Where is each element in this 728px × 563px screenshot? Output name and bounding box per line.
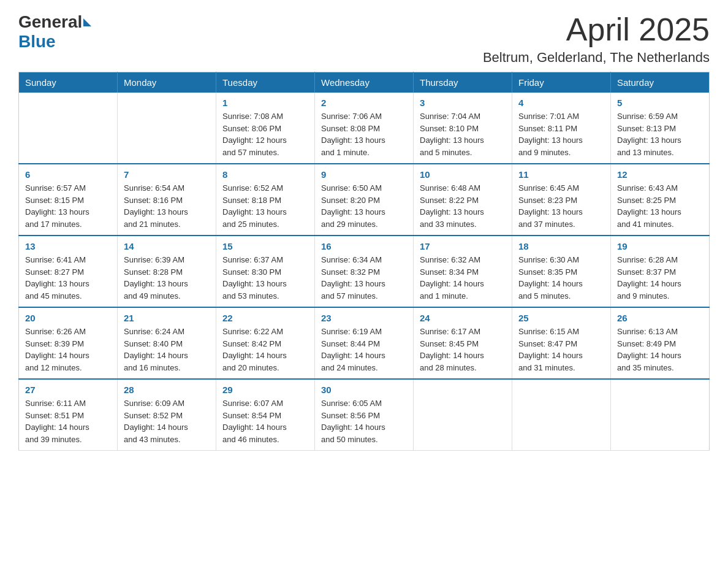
header: General Blue April 2025 Beltrum, Gelderl… [18,12,710,66]
calendar-cell: 27Sunrise: 6:11 AM Sunset: 8:51 PM Dayli… [19,379,118,451]
day-number: 21 [124,313,210,323]
weekday-header-friday: Friday [512,72,611,93]
weekday-header-wednesday: Wednesday [315,72,414,93]
calendar-cell: 14Sunrise: 6:39 AM Sunset: 8:28 PM Dayli… [118,236,216,307]
day-number: 22 [222,313,308,323]
day-number: 28 [124,385,210,395]
calendar-cell [611,379,710,451]
day-number: 2 [321,98,407,108]
day-info: Sunrise: 6:32 AM Sunset: 8:34 PM Dayligh… [420,254,506,302]
calendar-cell: 11Sunrise: 6:45 AM Sunset: 8:23 PM Dayli… [512,164,611,236]
day-number: 7 [124,169,210,180]
calendar-week-row: 27Sunrise: 6:11 AM Sunset: 8:51 PM Dayli… [19,379,710,451]
day-info: Sunrise: 6:24 AM Sunset: 8:40 PM Dayligh… [124,326,210,373]
calendar-week-row: 6Sunrise: 6:57 AM Sunset: 8:15 PM Daylig… [19,164,710,236]
day-number: 24 [420,313,506,323]
calendar-cell: 18Sunrise: 6:30 AM Sunset: 8:35 PM Dayli… [512,236,611,307]
logo-arrow-icon [83,18,91,26]
day-number: 18 [518,241,604,251]
day-info: Sunrise: 6:43 AM Sunset: 8:25 PM Dayligh… [617,182,703,230]
day-info: Sunrise: 6:22 AM Sunset: 8:42 PM Dayligh… [222,326,308,373]
day-number: 13 [25,241,111,251]
location-title: Beltrum, Gelderland, The Netherlands [483,50,710,66]
day-info: Sunrise: 6:48 AM Sunset: 8:22 PM Dayligh… [420,182,506,230]
calendar-cell: 4Sunrise: 7:01 AM Sunset: 8:11 PM Daylig… [512,93,611,164]
calendar-cell: 22Sunrise: 6:22 AM Sunset: 8:42 PM Dayli… [216,307,315,379]
day-info: Sunrise: 6:15 AM Sunset: 8:47 PM Dayligh… [518,326,604,373]
weekday-header-thursday: Thursday [414,72,512,93]
title-area: April 2025 Beltrum, Gelderland, The Neth… [483,12,710,66]
calendar-week-row: 13Sunrise: 6:41 AM Sunset: 8:27 PM Dayli… [19,236,710,307]
day-number: 6 [25,169,111,180]
calendar-cell [414,379,512,451]
calendar-cell: 8Sunrise: 6:52 AM Sunset: 8:18 PM Daylig… [216,164,315,236]
day-number: 14 [124,241,210,251]
day-number: 29 [222,385,308,395]
weekday-header-monday: Monday [118,72,216,93]
calendar-cell: 21Sunrise: 6:24 AM Sunset: 8:40 PM Dayli… [118,307,216,379]
calendar-cell: 25Sunrise: 6:15 AM Sunset: 8:47 PM Dayli… [512,307,611,379]
calendar-table: SundayMondayTuesdayWednesdayThursdayFrid… [18,72,710,451]
calendar-cell: 9Sunrise: 6:50 AM Sunset: 8:20 PM Daylig… [315,164,414,236]
day-number: 17 [420,241,506,251]
logo-general-text: General [18,12,82,32]
day-number: 4 [518,98,604,108]
day-number: 25 [518,313,604,323]
day-info: Sunrise: 6:05 AM Sunset: 8:56 PM Dayligh… [321,397,407,445]
day-info: Sunrise: 6:37 AM Sunset: 8:30 PM Dayligh… [222,254,308,302]
day-info: Sunrise: 6:41 AM Sunset: 8:27 PM Dayligh… [25,254,111,302]
calendar-cell: 30Sunrise: 6:05 AM Sunset: 8:56 PM Dayli… [315,379,414,451]
day-number: 19 [617,241,703,251]
logo: General Blue [18,12,91,52]
day-info: Sunrise: 6:19 AM Sunset: 8:44 PM Dayligh… [321,326,407,373]
day-info: Sunrise: 6:39 AM Sunset: 8:28 PM Dayligh… [124,254,210,302]
calendar-cell [118,93,216,164]
calendar-cell: 23Sunrise: 6:19 AM Sunset: 8:44 PM Dayli… [315,307,414,379]
weekday-header-saturday: Saturday [611,72,710,93]
day-number: 8 [222,169,308,180]
calendar-cell [512,379,611,451]
calendar-cell: 29Sunrise: 6:07 AM Sunset: 8:54 PM Dayli… [216,379,315,451]
day-info: Sunrise: 6:57 AM Sunset: 8:15 PM Dayligh… [25,182,111,230]
logo-row: General [18,12,91,32]
calendar-cell: 1Sunrise: 7:08 AM Sunset: 8:06 PM Daylig… [216,93,315,164]
day-info: Sunrise: 6:26 AM Sunset: 8:39 PM Dayligh… [25,326,111,373]
day-info: Sunrise: 6:09 AM Sunset: 8:52 PM Dayligh… [124,397,210,445]
calendar-cell: 28Sunrise: 6:09 AM Sunset: 8:52 PM Dayli… [118,379,216,451]
calendar-cell: 5Sunrise: 6:59 AM Sunset: 8:13 PM Daylig… [611,93,710,164]
calendar-cell: 16Sunrise: 6:34 AM Sunset: 8:32 PM Dayli… [315,236,414,307]
calendar-body: 1Sunrise: 7:08 AM Sunset: 8:06 PM Daylig… [19,93,710,451]
day-info: Sunrise: 6:13 AM Sunset: 8:49 PM Dayligh… [617,326,703,373]
month-title: April 2025 [483,12,710,47]
day-number: 23 [321,313,407,323]
day-info: Sunrise: 6:07 AM Sunset: 8:54 PM Dayligh… [222,397,308,445]
calendar-cell: 12Sunrise: 6:43 AM Sunset: 8:25 PM Dayli… [611,164,710,236]
day-info: Sunrise: 6:30 AM Sunset: 8:35 PM Dayligh… [518,254,604,302]
day-number: 26 [617,313,703,323]
calendar-cell: 3Sunrise: 7:04 AM Sunset: 8:10 PM Daylig… [414,93,512,164]
calendar-cell: 7Sunrise: 6:54 AM Sunset: 8:16 PM Daylig… [118,164,216,236]
day-info: Sunrise: 6:11 AM Sunset: 8:51 PM Dayligh… [25,397,111,445]
calendar-cell [19,93,118,164]
calendar-week-row: 20Sunrise: 6:26 AM Sunset: 8:39 PM Dayli… [19,307,710,379]
day-number: 20 [25,313,111,323]
calendar-cell: 17Sunrise: 6:32 AM Sunset: 8:34 PM Dayli… [414,236,512,307]
day-number: 12 [617,169,703,180]
calendar-cell: 26Sunrise: 6:13 AM Sunset: 8:49 PM Dayli… [611,307,710,379]
weekday-header-row: SundayMondayTuesdayWednesdayThursdayFrid… [19,72,710,93]
day-number: 9 [321,169,407,180]
calendar-cell: 2Sunrise: 7:06 AM Sunset: 8:08 PM Daylig… [315,93,414,164]
calendar-cell: 15Sunrise: 6:37 AM Sunset: 8:30 PM Dayli… [216,236,315,307]
calendar-week-row: 1Sunrise: 7:08 AM Sunset: 8:06 PM Daylig… [19,93,710,164]
calendar-cell: 24Sunrise: 6:17 AM Sunset: 8:45 PM Dayli… [414,307,512,379]
day-info: Sunrise: 7:01 AM Sunset: 8:11 PM Dayligh… [518,110,604,158]
calendar-cell: 20Sunrise: 6:26 AM Sunset: 8:39 PM Dayli… [19,307,118,379]
day-number: 27 [25,385,111,395]
weekday-header-sunday: Sunday [19,72,118,93]
day-number: 1 [222,98,308,108]
day-info: Sunrise: 6:59 AM Sunset: 8:13 PM Dayligh… [617,110,703,158]
calendar-cell: 19Sunrise: 6:28 AM Sunset: 8:37 PM Dayli… [611,236,710,307]
day-number: 15 [222,241,308,251]
day-info: Sunrise: 7:08 AM Sunset: 8:06 PM Dayligh… [222,110,308,158]
day-info: Sunrise: 6:50 AM Sunset: 8:20 PM Dayligh… [321,182,407,230]
